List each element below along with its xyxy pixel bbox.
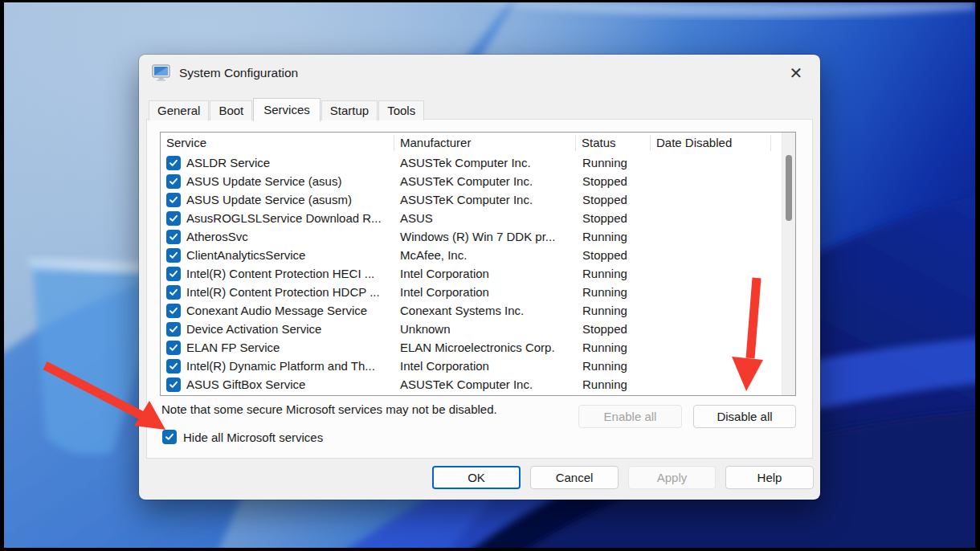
hide-microsoft-label: Hide all Microsoft services bbox=[183, 431, 323, 444]
service-name-cell: Device Activation Service bbox=[181, 322, 394, 336]
table-row[interactable]: ELAN FP ServiceELAN Microelectronics Cor… bbox=[161, 338, 795, 357]
service-checkbox[interactable] bbox=[166, 174, 181, 189]
status-cell: Stopped bbox=[576, 174, 651, 188]
checkmark-icon bbox=[169, 233, 178, 241]
service-checkbox[interactable] bbox=[166, 267, 181, 281]
vertical-scrollbar[interactable] bbox=[782, 133, 795, 395]
disable-all-button[interactable]: Disable all bbox=[693, 405, 796, 428]
help-button[interactable]: Help bbox=[725, 466, 814, 489]
hide-microsoft-checkbox[interactable] bbox=[162, 430, 177, 444]
ok-button[interactable]: OK bbox=[432, 466, 521, 489]
tab-services[interactable]: Services bbox=[253, 98, 321, 121]
service-checkbox[interactable] bbox=[166, 304, 181, 318]
table-row[interactable]: Device Activation ServiceUnknownStopped bbox=[161, 320, 795, 338]
service-checkbox[interactable] bbox=[166, 156, 181, 170]
status-cell: Stopped bbox=[576, 322, 651, 336]
status-cell: Stopped bbox=[576, 211, 651, 225]
manufacturer-cell: McAfee, Inc. bbox=[394, 248, 576, 262]
manufacturer-cell: ASUSTek Computer Inc. bbox=[394, 156, 576, 169]
service-checkbox[interactable] bbox=[166, 193, 181, 207]
apply-button[interactable]: Apply bbox=[628, 466, 716, 489]
table-row[interactable]: ASUS GiftBox ServiceASUSTeK Computer Inc… bbox=[161, 375, 795, 394]
scrollbar-thumb[interactable] bbox=[786, 155, 792, 221]
table-row[interactable]: ASLDR ServiceASUSTek Computer Inc.Runnin… bbox=[161, 153, 795, 172]
checkmark-icon bbox=[169, 381, 178, 389]
status-cell: Running bbox=[576, 341, 651, 354]
manufacturer-cell: Windows (R) Win 7 DDK pr... bbox=[394, 230, 576, 243]
checkmark-icon bbox=[169, 251, 178, 259]
status-cell: Running bbox=[576, 230, 651, 243]
checkmark-icon bbox=[169, 159, 178, 167]
manufacturer-cell: ASUS bbox=[394, 211, 576, 225]
service-checkbox[interactable] bbox=[166, 285, 181, 300]
column-header-manufacturer[interactable]: Manufacturer bbox=[394, 135, 576, 151]
checkmark-icon bbox=[169, 362, 178, 370]
table-row[interactable]: ClientAnalyticsServiceMcAfee, Inc.Stoppe… bbox=[161, 246, 795, 264]
window-title: System Configuration bbox=[179, 66, 298, 80]
table-row[interactable]: Conexant Audio Message ServiceConexant S… bbox=[161, 301, 795, 320]
title-bar: System Configuration ✕ bbox=[139, 55, 820, 92]
table-row[interactable]: Intel(R) Content Protection HECI ...Inte… bbox=[161, 264, 795, 283]
tab-startup[interactable]: Startup bbox=[321, 100, 378, 120]
service-list-body: ASLDR ServiceASUSTek Computer Inc.Runnin… bbox=[161, 153, 795, 396]
checkmark-icon bbox=[169, 288, 178, 296]
service-checkbox[interactable] bbox=[166, 322, 181, 337]
service-name-cell: Intel(R) Content Protection HECI ... bbox=[181, 267, 394, 280]
service-name-cell: Intel(R) Dynamic Platform and Th... bbox=[181, 359, 394, 373]
manufacturer-cell: Unknown bbox=[394, 322, 576, 336]
service-checkbox[interactable] bbox=[166, 396, 181, 397]
table-row[interactable]: AtherosSvcWindows (R) Win 7 DDK pr...Run… bbox=[161, 227, 795, 246]
services-tab-page: Service Manufacturer Status Date Disable… bbox=[146, 119, 813, 459]
manufacturer-cell: Intel Corporation bbox=[394, 267, 576, 280]
manufacturer-cell: ASUSTeK Computer Inc. bbox=[394, 193, 576, 206]
checkmark-icon bbox=[169, 178, 178, 186]
column-header-date-disabled[interactable]: Date Disabled bbox=[651, 135, 771, 151]
column-header-service[interactable]: Service bbox=[161, 135, 394, 151]
tab-boot[interactable]: Boot bbox=[210, 100, 252, 120]
service-checkbox[interactable] bbox=[166, 248, 181, 263]
service-checkbox[interactable] bbox=[166, 230, 181, 244]
close-button[interactable]: ✕ bbox=[783, 61, 809, 85]
checkmark-icon bbox=[169, 196, 178, 204]
service-name-cell: ASLDR Service bbox=[181, 156, 394, 169]
services-list: Service Manufacturer Status Date Disable… bbox=[160, 132, 796, 396]
service-name-cell: ASUS GiftBox Service bbox=[181, 378, 394, 391]
hide-microsoft-services-row: Hide all Microsoft services bbox=[162, 430, 323, 444]
system-configuration-icon bbox=[152, 64, 171, 82]
table-row[interactable]: ASUS Update Service (asus)ASUSTeK Comput… bbox=[161, 172, 795, 190]
status-cell: Running bbox=[576, 304, 651, 317]
tab-general[interactable]: General bbox=[149, 100, 209, 120]
tab-bar: GeneralBootServicesStartupTools bbox=[149, 98, 425, 120]
service-name-cell: ASUS Update Service (asus) bbox=[181, 174, 394, 188]
service-checkbox[interactable] bbox=[166, 341, 181, 355]
service-name-cell: Intel(R) Content Protection HDCP ... bbox=[181, 285, 394, 299]
secure-services-note: Note that some secure Microsoft services… bbox=[161, 402, 497, 416]
status-cell: Running bbox=[576, 156, 651, 169]
service-name-cell: Conexant Audio Message Service bbox=[181, 304, 394, 317]
table-row-partial[interactable] bbox=[161, 394, 795, 396]
service-checkbox[interactable] bbox=[166, 378, 181, 392]
enable-all-button[interactable]: Enable all bbox=[578, 405, 682, 428]
table-row[interactable]: ASUS Update Service (asusm)ASUSTeK Compu… bbox=[161, 190, 795, 209]
service-checkbox[interactable] bbox=[166, 211, 181, 226]
list-header: Service Manufacturer Status Date Disable… bbox=[161, 133, 795, 153]
table-row[interactable]: Intel(R) Dynamic Platform and Th...Intel… bbox=[161, 357, 795, 375]
screenshot-root: { "window": { "title": "System Configura… bbox=[0, 0, 980, 551]
manufacturer-cell: Intel Corporation bbox=[394, 285, 576, 299]
checkmark-icon bbox=[165, 433, 174, 441]
manufacturer-cell: ASUSTeK Computer Inc. bbox=[394, 378, 576, 391]
checkmark-icon bbox=[169, 325, 178, 333]
service-name-cell: AtherosSvc bbox=[181, 230, 394, 243]
manufacturer-cell: Conexant Systems Inc. bbox=[394, 304, 576, 317]
status-cell: Running bbox=[576, 359, 651, 373]
service-checkbox[interactable] bbox=[166, 359, 181, 373]
table-row[interactable]: Intel(R) Content Protection HDCP ...Inte… bbox=[161, 283, 795, 301]
manufacturer-cell: Intel Corporation bbox=[394, 359, 576, 373]
cancel-button[interactable]: Cancel bbox=[530, 466, 619, 489]
service-name-cell: ASUS Update Service (asusm) bbox=[181, 193, 394, 206]
tab-tools[interactable]: Tools bbox=[378, 100, 424, 120]
column-header-status[interactable]: Status bbox=[576, 135, 651, 151]
table-row[interactable]: AsusROGLSLService Download R...ASUSStopp… bbox=[161, 209, 795, 227]
service-name-cell: ELAN FP Service bbox=[181, 341, 394, 354]
system-configuration-dialog: System Configuration ✕ GeneralBootServic… bbox=[139, 55, 820, 500]
